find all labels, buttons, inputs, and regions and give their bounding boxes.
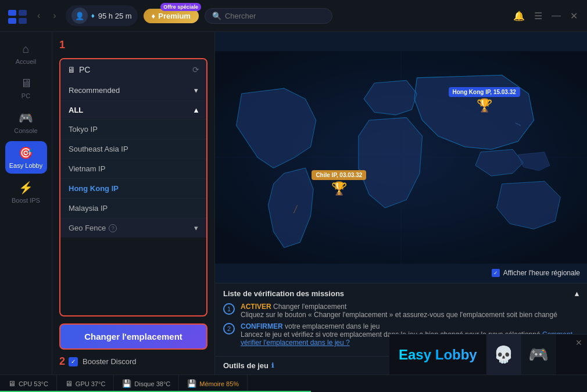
mission-num-2: 2 <box>223 323 235 335</box>
app-logo <box>7 5 28 26</box>
ip-option-tokyo[interactable]: Tokyo IP <box>60 120 206 139</box>
disk-icon: 💾 <box>122 379 131 388</box>
promo-close-button[interactable]: ✕ <box>575 338 582 347</box>
sidebar-label-boost-ips: Boost IPS <box>12 197 40 204</box>
status-cpu: 🖥 CPU 53°C <box>0 375 57 392</box>
tools-label-area: Outils de jeu ℹ <box>223 361 274 370</box>
promo-img-1: 💀 <box>486 335 521 375</box>
boost-icon: ⚡ <box>19 181 33 195</box>
geo-chevron-down-icon: ▾ <box>194 224 198 232</box>
mission-keyword-2: CONFIRMER <box>241 322 283 330</box>
recommended-label: Recommended <box>69 86 120 95</box>
map-area: Hong Kong IP, 15.03.32 🏆 Chile IP, 03.03… <box>215 32 587 283</box>
tools-info-icon[interactable]: ℹ <box>271 362 274 369</box>
svg-rect-3 <box>19 18 27 24</box>
memory-label: Mémoire 85% <box>199 380 239 387</box>
geo-info-icon: ? <box>109 224 117 232</box>
premium-icon: ♦ <box>152 12 156 20</box>
sidebar: ⌂ Accueil 🖥 PC 🎮 Console 🎯 Easy Lobby ⚡ … <box>0 32 52 375</box>
notification-button[interactable]: 🔔 <box>511 8 527 24</box>
sidebar-item-console[interactable]: 🎮 Console <box>5 106 47 139</box>
step1-label: 1 <box>59 39 207 51</box>
sidebar-item-easy-lobby[interactable]: 🎯 Easy Lobby <box>5 141 47 174</box>
nav-back-button[interactable]: ‹ <box>34 8 44 23</box>
gpu-icon: 🖥 <box>65 379 73 388</box>
refresh-button[interactable]: ⟳ <box>192 65 199 74</box>
menu-button[interactable]: ☰ <box>532 8 545 24</box>
sidebar-item-accueil[interactable]: ⌂ Accueil <box>5 38 47 70</box>
mission-num-1: 1 <box>223 303 235 315</box>
offre-badge: Offre spéciale <box>160 3 201 11</box>
sidebar-item-pc[interactable]: 🖥 PC <box>5 72 47 104</box>
mission-item-1: 1 ACTIVER Changer l'emplacement Cliquez … <box>223 303 579 319</box>
show-time-label: Afficher l'heure régionale <box>503 269 580 277</box>
change-location-button[interactable]: Changer l'emplacement <box>59 323 207 350</box>
home-icon: ⌂ <box>22 42 29 56</box>
show-time-row: ✓ Afficher l'heure régionale <box>492 269 580 277</box>
booster-checkbox[interactable]: ✓ <box>69 357 78 366</box>
mission-collapse-icon[interactable]: ▴ <box>575 289 579 298</box>
minimize-button[interactable]: — <box>549 8 563 23</box>
sidebar-item-boost-ips[interactable]: ⚡ Boost IPS <box>5 176 47 208</box>
sidebar-label-easy-lobby: Easy Lobby <box>9 162 42 169</box>
platform-icon: 🖥 <box>67 65 76 74</box>
ip-option-southeast-asia[interactable]: Southeast Asia IP <box>60 139 206 159</box>
ip-option-malaysia[interactable]: Malaysia IP <box>60 199 206 218</box>
mission-keyword-1: ACTIVER <box>241 303 271 311</box>
mission-detail-1: Cliquez sur le bouton « Changer l'emplac… <box>241 311 557 319</box>
status-disk: 💾 Disque 38°C <box>114 375 179 392</box>
chevron-down-icon: ▾ <box>194 86 198 95</box>
svg-rect-0 <box>8 10 16 16</box>
hk-pin-label: Hong Kong IP, 15.03.32 <box>449 87 520 97</box>
ip-option-vietnam[interactable]: Vietnam IP <box>60 159 206 179</box>
topbar: ‹ › 👤 ♦ 95 h 25 m ♦ Premium Offre spécia… <box>0 0 587 32</box>
right-content: Hong Kong IP, 15.03.32 🏆 Chile IP, 03.03… <box>215 32 587 375</box>
topbar-right: 🔔 ☰ — ✕ <box>511 8 580 24</box>
platform-label: PC <box>79 65 90 74</box>
mission-action-2: votre emplacement dans le jeu <box>285 322 380 330</box>
booster-label: Booster Discord <box>83 357 136 366</box>
all-section-header[interactable]: ALL ▴ <box>60 101 206 120</box>
cpu-icon: 🖥 <box>8 379 16 388</box>
gpu-label: GPU 37°C <box>76 380 105 387</box>
geo-fence-row[interactable]: Geo Fence ? ▾ <box>60 218 206 238</box>
close-button[interactable]: ✕ <box>568 8 580 24</box>
hong-kong-pin: Hong Kong IP, 15.03.32 🏆 <box>449 87 520 113</box>
all-label: ALL <box>69 106 83 114</box>
diamond-icon: ♦ <box>91 12 95 20</box>
location-box: 🖥 PC ⟳ Recommended ▾ ALL ▴ Tokyo IP Sout… <box>59 58 207 317</box>
nav-forward-button[interactable]: › <box>49 8 59 23</box>
location-header: 🖥 PC ⟳ <box>60 59 206 80</box>
search-input[interactable] <box>225 12 325 20</box>
chevron-up-icon: ▴ <box>194 106 198 114</box>
statusbar: 🖥 CPU 53°C 🖥 GPU 37°C 💾 Disque 38°C 💾 Mé… <box>0 375 587 392</box>
ip-option-hong-kong[interactable]: Hong Kong IP <box>60 179 206 199</box>
promo-images: 💀 🎮 <box>486 335 556 375</box>
step2-label: 2 <box>59 355 65 368</box>
promo-title: Easy Lobby <box>389 347 486 363</box>
booster-row: ✓ Booster Discord <box>69 357 136 366</box>
show-time-checkbox[interactable]: ✓ <box>492 269 500 277</box>
easy-lobby-promo: Easy Lobby 💀 🎮 ✕ <box>389 334 587 375</box>
recommended-dropdown[interactable]: Recommended ▾ <box>60 80 206 101</box>
pc-icon: 🖥 <box>20 77 32 90</box>
platform-selector: 🖥 PC <box>67 65 90 74</box>
geo-fence-label-area: Geo Fence ? <box>69 224 117 232</box>
sidebar-label-accueil: Accueil <box>16 58 36 65</box>
tools-label: Outils de jeu <box>223 361 269 370</box>
user-area: 👤 ♦ 95 h 25 m <box>66 5 138 26</box>
left-panel: 1 🖥 PC ⟳ Recommended ▾ ALL ▴ Tokyo IP So… <box>52 32 215 375</box>
disk-label: Disque 38°C <box>134 380 170 387</box>
main-area: 1 🖥 PC ⟳ Recommended ▾ ALL ▴ Tokyo IP So… <box>52 32 587 375</box>
console-icon: 🎮 <box>19 111 33 125</box>
search-bar[interactable]: 🔍 <box>205 8 332 24</box>
target-icon: 🎯 <box>19 146 33 160</box>
mission-action-1: Changer l'emplacement <box>273 303 346 311</box>
ip-list: Tokyo IP Southeast Asia IP Vietnam IP Ho… <box>60 120 206 218</box>
hk-trophy-icon: 🏆 <box>477 98 492 113</box>
sidebar-label-console: Console <box>14 127 37 134</box>
geo-fence-label: Geo Fence <box>69 224 106 232</box>
memory-icon: 💾 <box>187 379 196 388</box>
premium-button[interactable]: ♦ Premium Offre spéciale <box>144 9 199 23</box>
premium-label: Premium <box>158 12 191 20</box>
